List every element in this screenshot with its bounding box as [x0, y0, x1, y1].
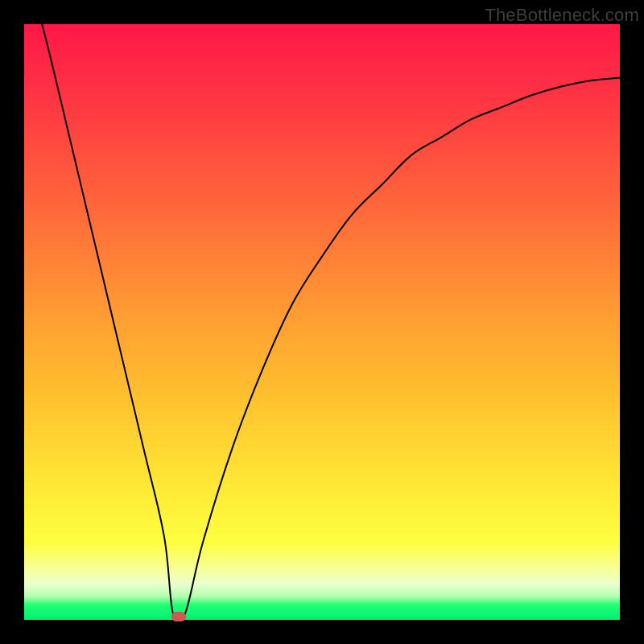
- curve-path: [42, 24, 620, 620]
- optimum-marker: [171, 612, 186, 621]
- watermark-text: TheBottleneck.com: [485, 5, 639, 26]
- plot-area: [24, 24, 620, 620]
- chart-frame: TheBottleneck.com: [0, 0, 644, 644]
- bottleneck-curve: [24, 24, 620, 620]
